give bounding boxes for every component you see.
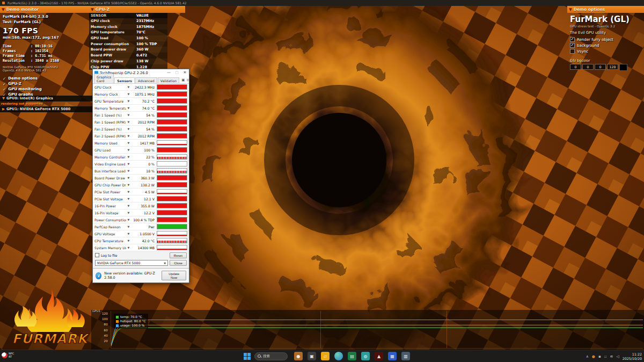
sensor-value: 12.2 V: [131, 211, 157, 215]
collapse-triangle-icon[interactable]: ▼: [569, 7, 572, 12]
donut-pupil: [292, 113, 386, 207]
blue-app-icon[interactable]: ▦: [388, 352, 397, 360]
tray-furmark-icon[interactable]: ●: [592, 354, 595, 359]
sensor-dropdown-icon[interactable]: ▼: [126, 169, 131, 172]
tab-validation[interactable]: Validation: [158, 77, 180, 83]
sensor-bar: [157, 182, 187, 187]
network-icon[interactable]: ≋: [610, 354, 613, 359]
sensor-dropdown-icon[interactable]: ▼: [126, 106, 131, 110]
tab-advanced[interactable]: Advanced: [135, 77, 157, 83]
file-explorer-icon[interactable]: ▱: [321, 352, 330, 360]
option-label: background: [577, 44, 599, 48]
bgcolor-swatch[interactable]: [619, 64, 627, 71]
sensor-label: PCIe Slot Voltage: [93, 197, 126, 201]
gpuz-sensor-row: PCIe Slot Power▼4.5 W: [93, 189, 189, 196]
bgcolor-value-field[interactable]: 128: [607, 64, 618, 70]
collapse-triangle-icon[interactable]: ▼: [91, 7, 94, 12]
collapse-triangle-icon[interactable]: ▼: [2, 7, 5, 12]
maximize-icon: ▢: [173, 69, 181, 76]
sensor-dropdown-icon[interactable]: ▼: [126, 197, 131, 200]
furmark-flame-icon[interactable]: ▲: [375, 352, 383, 360]
demo-monitor-header[interactable]: Demo monitor: [6, 7, 39, 12]
sensor-dropdown-icon[interactable]: ▼: [126, 239, 131, 242]
overlay-sensor-name: Board PPW: [89, 53, 136, 59]
start-button[interactable]: [243, 352, 251, 360]
edge-browser-icon[interactable]: [334, 352, 343, 360]
update-now-button[interactable]: Update Now: [162, 271, 186, 280]
sensor-dropdown-icon[interactable]: ▼: [126, 204, 131, 207]
overlay-toggle-gpu-z[interactable]: ✓GPU-Z: [3, 81, 91, 86]
sensor-dropdown-icon[interactable]: ▼: [126, 246, 131, 249]
sensor-dropdown-icon[interactable]: ▼: [126, 162, 131, 165]
close-button[interactable]: Close: [170, 260, 187, 266]
gpuz-overlay-row: Board power draw360 W: [89, 47, 167, 53]
sensor-value: 54 %: [131, 127, 157, 131]
option-checkbox-background[interactable]: ✓background: [570, 42, 642, 48]
sensor-dropdown-icon[interactable]: ▼: [126, 113, 131, 117]
overlay-sensor-value: 360 W: [136, 47, 167, 53]
sensor-dropdown-icon[interactable]: ▼: [126, 92, 131, 96]
bgcolor-value-field[interactable]: 0: [595, 64, 606, 70]
sensor-dropdown-icon[interactable]: ▼: [126, 211, 131, 214]
overlay-toggle-gpu-monitoring[interactable]: ✓GPU monitoring: [3, 86, 91, 92]
gpu0-bar[interactable]: ▼GPU0: Intel(R) Graphics: [0, 96, 92, 102]
sensor-dropdown-icon[interactable]: ▼: [126, 85, 131, 89]
sensor-value: 1875.1 MHz: [131, 92, 157, 96]
tray-app-icon[interactable]: ▪: [598, 354, 601, 359]
gpuz-sensor-row: 16-Pin Power▼355.8 W: [93, 202, 189, 209]
sensor-dropdown-icon[interactable]: ▼: [126, 134, 131, 137]
sensor-value: 1417 MB: [131, 141, 157, 145]
sensor-dropdown-icon[interactable]: ▼: [126, 176, 131, 179]
close-icon[interactable]: ✕: [181, 69, 189, 76]
sensor-value: 4.5 W: [131, 190, 157, 194]
sensor-label: Fan 2 Speed (%): [93, 127, 126, 131]
demo-options-header[interactable]: Demo options: [574, 7, 605, 12]
task-view-icon[interactable]: ▣: [308, 352, 316, 360]
sensor-dropdown-icon[interactable]: ▼: [126, 99, 131, 103]
tab-sensors[interactable]: Sensors: [114, 77, 135, 83]
tray-monitor-icon[interactable]: ▫: [604, 354, 607, 359]
gpuz-overlay-header[interactable]: GPU-Z: [96, 7, 109, 12]
sensor-dropdown-icon[interactable]: ▼: [126, 127, 131, 131]
sensor-dropdown-icon[interactable]: ▼: [126, 120, 131, 124]
sensor-bar-fill: [157, 85, 187, 89]
excel-icon[interactable]: ▤: [348, 352, 356, 360]
tray-chevron-up-icon[interactable]: ∧: [586, 354, 589, 359]
fps-stats: min:160, max:172, avg:167: [3, 35, 91, 40]
sensor-dropdown-icon[interactable]: ▼: [126, 190, 131, 193]
monitor-stat-row: Frames: 102354: [3, 49, 91, 54]
sensor-dropdown-icon[interactable]: ▼: [126, 218, 131, 221]
sensor-dropdown-icon[interactable]: ▼: [126, 148, 131, 151]
gpu0-note: rendering not supported: [1, 102, 43, 105]
reset-button[interactable]: Reset: [170, 252, 187, 258]
minimize-icon[interactable]: —: [165, 69, 173, 76]
option-checkbox-render-furry-object[interactable]: ✓Render furry object: [570, 37, 642, 42]
sensor-dropdown-icon[interactable]: ▼: [126, 225, 131, 228]
menu-icon[interactable]: ≡: [186, 78, 189, 82]
bgcolor-value-field[interactable]: 0: [570, 64, 581, 70]
sensor-value: 54 %: [131, 113, 157, 117]
log-to-file-checkbox[interactable]: [95, 253, 99, 257]
gpuz-sensor-row: Memory Clock▼1875.1 MHz: [93, 91, 189, 98]
teal-app-icon[interactable]: ◍: [361, 352, 370, 360]
gpu-tool-icon[interactable]: ▥: [401, 352, 410, 360]
taskbar-clock[interactable]: 11:22 2025/10/20: [623, 352, 642, 360]
recorder-icon[interactable]: [2, 352, 8, 358]
overlay-toggle-demo-options[interactable]: ✓Demo options: [3, 76, 91, 81]
sensor-dropdown-icon[interactable]: ▼: [126, 232, 131, 235]
tab-graphics-card[interactable]: Graphics Card: [94, 74, 114, 83]
sensor-dropdown-icon[interactable]: ▼: [126, 155, 131, 158]
bgcolor-value-field[interactable]: 0: [582, 64, 594, 70]
camera-icon[interactable]: ▣: [181, 78, 185, 82]
gpu1-bar[interactable]: ▶GPU1: NVIDIA GeForce RTX 5080: [0, 106, 96, 112]
device-dropdown[interactable]: NVIDIA GeForce RTX 5080 ▼: [95, 260, 168, 266]
sensor-dropdown-icon[interactable]: ▼: [126, 183, 131, 186]
geeks3d-app-icon[interactable]: ●: [294, 352, 303, 360]
sensor-label: Power Consumption (%): [93, 218, 126, 222]
sensor-dropdown-icon[interactable]: ▼: [126, 141, 131, 144]
option-checkbox-vsync[interactable]: Vsync: [570, 48, 642, 54]
sensor-bar-fill: [157, 197, 187, 201]
volume-icon[interactable]: ◁: [616, 354, 619, 359]
search-box[interactable]: 搜索: [254, 352, 288, 360]
gpu-graph-panel: GPU1 20406080100120 temp: 70.0 °Chotspot…: [91, 310, 644, 350]
